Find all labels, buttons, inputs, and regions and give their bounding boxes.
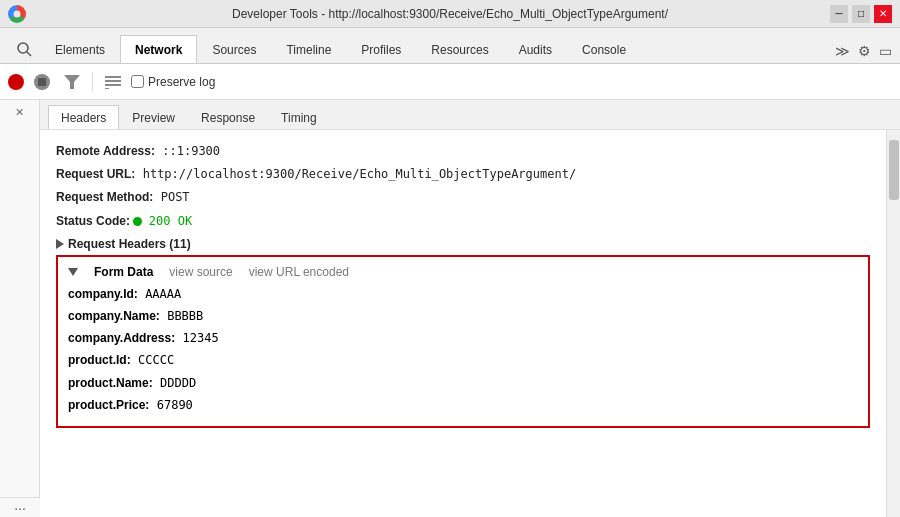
field-key: company.Address: <box>68 331 175 345</box>
stop-button[interactable] <box>30 70 54 94</box>
search-button[interactable] <box>8 35 40 63</box>
window-title: Developer Tools - http://localhost:9300/… <box>232 7 668 21</box>
tab-resources[interactable]: Resources <box>416 35 503 63</box>
scroll-thumb[interactable] <box>889 140 899 200</box>
tab-preview[interactable]: Preview <box>119 105 188 129</box>
svg-rect-4 <box>105 80 121 82</box>
field-value: BBBBB <box>167 309 203 323</box>
sub-tabs: Headers Preview Response Timing <box>40 100 900 130</box>
collapse-icon[interactable] <box>68 268 78 276</box>
title-bar: Developer Tools - http://localhost:9300/… <box>0 0 900 28</box>
svg-marker-2 <box>64 75 80 89</box>
minimize-button[interactable]: ─ <box>830 5 848 23</box>
close-button[interactable]: ✕ <box>874 5 892 23</box>
request-method-row: Request Method: POST <box>56 188 870 207</box>
main-area: ✕ Headers Preview Response Timing Remote… <box>0 100 900 517</box>
field-key: product.Name: <box>68 376 153 390</box>
filter-button[interactable] <box>60 70 84 94</box>
record-button[interactable] <box>8 74 24 90</box>
form-data-title: Form Data <box>94 265 153 279</box>
tab-sources[interactable]: Sources <box>197 35 271 63</box>
request-headers-label: Request Headers (11) <box>68 237 191 251</box>
filter-icon <box>64 75 80 89</box>
tab-network[interactable]: Network <box>120 35 197 63</box>
request-headers-section[interactable]: Request Headers (11) <box>56 237 870 251</box>
maximize-button[interactable]: □ <box>852 5 870 23</box>
dock-icon[interactable]: ▭ <box>879 43 892 59</box>
field-value: CCCCC <box>138 353 174 367</box>
form-field-product-id: product.Id: CCCCC <box>68 351 858 370</box>
expand-icon <box>56 239 64 249</box>
list-icon <box>105 75 121 89</box>
form-field-product-name: product.Name: DDDDD <box>68 374 858 393</box>
svg-point-0 <box>18 43 28 53</box>
field-value: DDDDD <box>160 376 196 390</box>
scrollbar[interactable] <box>886 130 900 517</box>
nav-bar: Elements Network Sources Timeline Profil… <box>0 28 900 64</box>
search-icon <box>16 41 32 57</box>
request-method-value: POST <box>161 190 190 204</box>
left-panel: ✕ <box>0 100 40 517</box>
svg-line-1 <box>27 52 31 56</box>
request-url-row: Request URL: http://localhost:9300/Recei… <box>56 165 870 184</box>
form-data-header: Form Data view source view URL encoded <box>68 265 858 279</box>
chrome-icon <box>8 5 26 23</box>
field-key: product.Price: <box>68 398 149 412</box>
tab-headers[interactable]: Headers <box>48 105 119 129</box>
tab-timeline[interactable]: Timeline <box>271 35 346 63</box>
form-field-company-address: company.Address: 12345 <box>68 329 858 348</box>
expand-icon[interactable]: ≫ <box>835 43 850 59</box>
tab-console[interactable]: Console <box>567 35 641 63</box>
field-value: 67890 <box>157 398 193 412</box>
view-url-encoded-link[interactable]: view URL encoded <box>249 265 349 279</box>
tab-audits[interactable]: Audits <box>504 35 567 63</box>
status-code-text: OK <box>178 214 192 228</box>
status-code-value: 200 <box>149 214 171 228</box>
tab-response[interactable]: Response <box>188 105 268 129</box>
right-panel: Headers Preview Response Timing Remote A… <box>40 100 900 517</box>
remote-address-value: ::1:9300 <box>162 144 220 158</box>
preserve-log-checkbox[interactable]: Preserve log <box>131 75 215 89</box>
remote-address-row: Remote Address: ::1:9300 <box>56 142 870 161</box>
toolbar-separator <box>92 72 93 92</box>
nav-icons: ≫ ⚙ ▭ <box>835 43 900 63</box>
tab-profiles[interactable]: Profiles <box>346 35 416 63</box>
field-key: company.Id: <box>68 287 138 301</box>
preserve-log-label: Preserve log <box>148 75 215 89</box>
field-key: company.Name: <box>68 309 160 323</box>
tab-timing[interactable]: Timing <box>268 105 330 129</box>
status-code-row: Status Code: 200 OK <box>56 212 870 231</box>
request-method-label: Request Method: <box>56 190 153 204</box>
request-url-value: http://localhost:9300/Receive/Echo_Multi… <box>143 167 576 181</box>
toolbar: Preserve log <box>0 64 900 100</box>
tab-elements[interactable]: Elements <box>40 35 120 63</box>
more-options-button[interactable]: ··· <box>10 498 30 518</box>
window-controls: ─ □ ✕ <box>830 5 892 23</box>
field-value: 12345 <box>182 331 218 345</box>
form-field-company-id: company.Id: AAAAA <box>68 285 858 304</box>
form-field-company-name: company.Name: BBBBB <box>68 307 858 326</box>
svg-rect-6 <box>105 88 109 89</box>
status-green-dot <box>133 217 142 226</box>
close-panel-button[interactable]: ✕ <box>11 104 28 121</box>
field-value: AAAAA <box>145 287 181 301</box>
request-url-label: Request URL: <box>56 167 135 181</box>
list-view-button[interactable] <box>101 70 125 94</box>
preserve-log-check[interactable] <box>131 75 144 88</box>
status-code-label: Status Code: <box>56 214 130 228</box>
settings-icon[interactable]: ⚙ <box>858 43 871 59</box>
form-data-section: Form Data view source view URL encoded c… <box>56 255 870 428</box>
field-key: product.Id: <box>68 353 131 367</box>
svg-rect-5 <box>105 84 121 86</box>
headers-content: Remote Address: ::1:9300 Request URL: ht… <box>40 130 886 517</box>
form-field-product-price: product.Price: 67890 <box>68 396 858 415</box>
svg-rect-3 <box>105 76 121 78</box>
remote-address-label: Remote Address: <box>56 144 155 158</box>
view-source-link[interactable]: view source <box>169 265 232 279</box>
